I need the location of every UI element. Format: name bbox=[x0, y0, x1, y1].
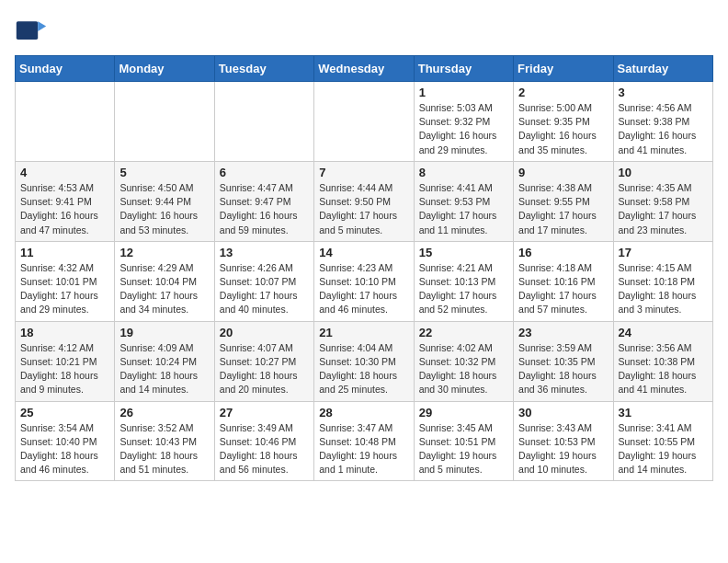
day-number: 7 bbox=[319, 166, 408, 179]
day-number: 24 bbox=[619, 326, 708, 339]
day-cell bbox=[314, 82, 414, 162]
day-info: Sunrise: 5:03 AM Sunset: 9:32 PM Dayligh… bbox=[419, 101, 508, 157]
day-cell: 29Sunrise: 3:45 AM Sunset: 10:51 PM Dayl… bbox=[414, 401, 513, 481]
logo bbox=[15, 15, 50, 48]
day-cell: 9Sunrise: 4:38 AM Sunset: 9:55 PM Daylig… bbox=[514, 161, 613, 241]
day-cell: 16Sunrise: 4:18 AM Sunset: 10:16 PM Dayl… bbox=[514, 241, 613, 321]
day-number: 22 bbox=[419, 326, 508, 339]
day-cell: 14Sunrise: 4:23 AM Sunset: 10:10 PM Dayl… bbox=[314, 241, 414, 321]
day-cell: 7Sunrise: 4:44 AM Sunset: 9:50 PM Daylig… bbox=[314, 161, 414, 241]
day-info: Sunrise: 4:04 AM Sunset: 10:30 PM Daylig… bbox=[319, 341, 408, 397]
day-info: Sunrise: 3:47 AM Sunset: 10:48 PM Daylig… bbox=[319, 421, 408, 477]
day-cell: 18Sunrise: 4:12 AM Sunset: 10:21 PM Dayl… bbox=[16, 321, 115, 401]
week-row-1: 4Sunrise: 4:53 AM Sunset: 9:41 PM Daylig… bbox=[16, 161, 713, 241]
svg-marker-1 bbox=[38, 21, 46, 31]
day-number: 19 bbox=[119, 326, 209, 339]
day-cell: 27Sunrise: 3:49 AM Sunset: 10:46 PM Dayl… bbox=[214, 401, 313, 481]
day-info: Sunrise: 4:56 AM Sunset: 9:38 PM Dayligh… bbox=[619, 101, 708, 157]
day-number: 10 bbox=[619, 166, 708, 179]
day-cell: 17Sunrise: 4:15 AM Sunset: 10:18 PM Dayl… bbox=[613, 241, 712, 321]
day-info: Sunrise: 4:12 AM Sunset: 10:21 PM Daylig… bbox=[20, 341, 109, 397]
day-number: 31 bbox=[619, 406, 708, 419]
calendar-body: 1Sunrise: 5:03 AM Sunset: 9:32 PM Daylig… bbox=[16, 82, 713, 481]
day-info: Sunrise: 3:54 AM Sunset: 10:40 PM Daylig… bbox=[20, 421, 109, 477]
day-info: Sunrise: 3:45 AM Sunset: 10:51 PM Daylig… bbox=[419, 421, 508, 477]
day-info: Sunrise: 3:56 AM Sunset: 10:38 PM Daylig… bbox=[619, 341, 708, 397]
day-number: 23 bbox=[518, 326, 608, 339]
day-cell: 4Sunrise: 4:53 AM Sunset: 9:41 PM Daylig… bbox=[16, 161, 115, 241]
day-info: Sunrise: 4:23 AM Sunset: 10:10 PM Daylig… bbox=[319, 261, 408, 317]
day-info: Sunrise: 4:29 AM Sunset: 10:04 PM Daylig… bbox=[119, 261, 209, 317]
day-info: Sunrise: 4:15 AM Sunset: 10:18 PM Daylig… bbox=[619, 261, 708, 317]
day-cell: 25Sunrise: 3:54 AM Sunset: 10:40 PM Dayl… bbox=[16, 401, 115, 481]
day-info: Sunrise: 3:52 AM Sunset: 10:43 PM Daylig… bbox=[119, 421, 209, 477]
day-cell: 12Sunrise: 4:29 AM Sunset: 10:04 PM Dayl… bbox=[115, 241, 214, 321]
day-cell: 3Sunrise: 4:56 AM Sunset: 9:38 PM Daylig… bbox=[613, 82, 712, 162]
day-number: 3 bbox=[619, 86, 708, 99]
day-cell: 30Sunrise: 3:43 AM Sunset: 10:53 PM Dayl… bbox=[514, 401, 613, 481]
day-info: Sunrise: 4:21 AM Sunset: 10:13 PM Daylig… bbox=[419, 261, 508, 317]
day-info: Sunrise: 4:53 AM Sunset: 9:41 PM Dayligh… bbox=[20, 181, 109, 237]
day-cell bbox=[214, 82, 313, 162]
day-info: Sunrise: 4:32 AM Sunset: 10:01 PM Daylig… bbox=[20, 261, 109, 317]
header-cell-tuesday: Tuesday bbox=[214, 56, 313, 82]
day-cell: 10Sunrise: 4:35 AM Sunset: 9:58 PM Dayli… bbox=[613, 161, 712, 241]
day-number: 9 bbox=[518, 166, 608, 179]
day-number: 13 bbox=[220, 246, 309, 259]
day-cell: 21Sunrise: 4:04 AM Sunset: 10:30 PM Dayl… bbox=[314, 321, 414, 401]
day-number: 17 bbox=[619, 246, 708, 259]
day-number: 26 bbox=[119, 406, 209, 419]
day-cell: 24Sunrise: 3:56 AM Sunset: 10:38 PM Dayl… bbox=[613, 321, 712, 401]
header bbox=[15, 15, 713, 48]
day-number: 6 bbox=[220, 166, 309, 179]
day-cell: 20Sunrise: 4:07 AM Sunset: 10:27 PM Dayl… bbox=[214, 321, 313, 401]
day-number: 14 bbox=[319, 246, 408, 259]
day-cell: 28Sunrise: 3:47 AM Sunset: 10:48 PM Dayl… bbox=[314, 401, 414, 481]
day-number: 15 bbox=[419, 246, 508, 259]
header-cell-thursday: Thursday bbox=[414, 56, 513, 82]
day-cell: 31Sunrise: 3:41 AM Sunset: 10:55 PM Dayl… bbox=[613, 401, 712, 481]
day-number: 28 bbox=[319, 406, 408, 419]
day-info: Sunrise: 3:43 AM Sunset: 10:53 PM Daylig… bbox=[518, 421, 608, 477]
logo-icon bbox=[15, 15, 48, 48]
day-cell: 23Sunrise: 3:59 AM Sunset: 10:35 PM Dayl… bbox=[514, 321, 613, 401]
week-row-3: 18Sunrise: 4:12 AM Sunset: 10:21 PM Dayl… bbox=[16, 321, 713, 401]
day-number: 8 bbox=[419, 166, 508, 179]
day-info: Sunrise: 4:50 AM Sunset: 9:44 PM Dayligh… bbox=[119, 181, 209, 237]
day-cell bbox=[115, 82, 214, 162]
svg-rect-0 bbox=[17, 21, 38, 40]
week-row-2: 11Sunrise: 4:32 AM Sunset: 10:01 PM Dayl… bbox=[16, 241, 713, 321]
day-number: 18 bbox=[20, 326, 109, 339]
day-cell: 6Sunrise: 4:47 AM Sunset: 9:47 PM Daylig… bbox=[214, 161, 313, 241]
day-info: Sunrise: 4:26 AM Sunset: 10:07 PM Daylig… bbox=[220, 261, 309, 317]
day-number: 21 bbox=[319, 326, 408, 339]
header-row: SundayMondayTuesdayWednesdayThursdayFrid… bbox=[16, 56, 713, 82]
day-info: Sunrise: 5:00 AM Sunset: 9:35 PM Dayligh… bbox=[518, 101, 608, 157]
day-number: 30 bbox=[518, 406, 608, 419]
header-cell-monday: Monday bbox=[115, 56, 214, 82]
day-info: Sunrise: 4:07 AM Sunset: 10:27 PM Daylig… bbox=[220, 341, 309, 397]
week-row-0: 1Sunrise: 5:03 AM Sunset: 9:32 PM Daylig… bbox=[16, 82, 713, 162]
header-cell-wednesday: Wednesday bbox=[314, 56, 414, 82]
day-number: 11 bbox=[20, 246, 109, 259]
day-info: Sunrise: 4:44 AM Sunset: 9:50 PM Dayligh… bbox=[319, 181, 408, 237]
calendar-header: SundayMondayTuesdayWednesdayThursdayFrid… bbox=[16, 56, 713, 82]
day-info: Sunrise: 4:38 AM Sunset: 9:55 PM Dayligh… bbox=[518, 181, 608, 237]
day-info: Sunrise: 3:41 AM Sunset: 10:55 PM Daylig… bbox=[619, 421, 708, 477]
day-number: 27 bbox=[220, 406, 309, 419]
header-cell-saturday: Saturday bbox=[613, 56, 712, 82]
day-cell: 22Sunrise: 4:02 AM Sunset: 10:32 PM Dayl… bbox=[414, 321, 513, 401]
day-info: Sunrise: 4:47 AM Sunset: 9:47 PM Dayligh… bbox=[220, 181, 309, 237]
day-cell: 5Sunrise: 4:50 AM Sunset: 9:44 PM Daylig… bbox=[115, 161, 214, 241]
day-number: 25 bbox=[20, 406, 109, 419]
day-info: Sunrise: 4:02 AM Sunset: 10:32 PM Daylig… bbox=[419, 341, 508, 397]
day-number: 5 bbox=[119, 166, 209, 179]
week-row-4: 25Sunrise: 3:54 AM Sunset: 10:40 PM Dayl… bbox=[16, 401, 713, 481]
calendar-table: SundayMondayTuesdayWednesdayThursdayFrid… bbox=[15, 55, 713, 481]
day-info: Sunrise: 4:18 AM Sunset: 10:16 PM Daylig… bbox=[518, 261, 608, 317]
day-cell: 1Sunrise: 5:03 AM Sunset: 9:32 PM Daylig… bbox=[414, 82, 513, 162]
day-info: Sunrise: 3:59 AM Sunset: 10:35 PM Daylig… bbox=[518, 341, 608, 397]
day-cell: 8Sunrise: 4:41 AM Sunset: 9:53 PM Daylig… bbox=[414, 161, 513, 241]
day-info: Sunrise: 4:35 AM Sunset: 9:58 PM Dayligh… bbox=[619, 181, 708, 237]
day-number: 2 bbox=[518, 86, 608, 99]
